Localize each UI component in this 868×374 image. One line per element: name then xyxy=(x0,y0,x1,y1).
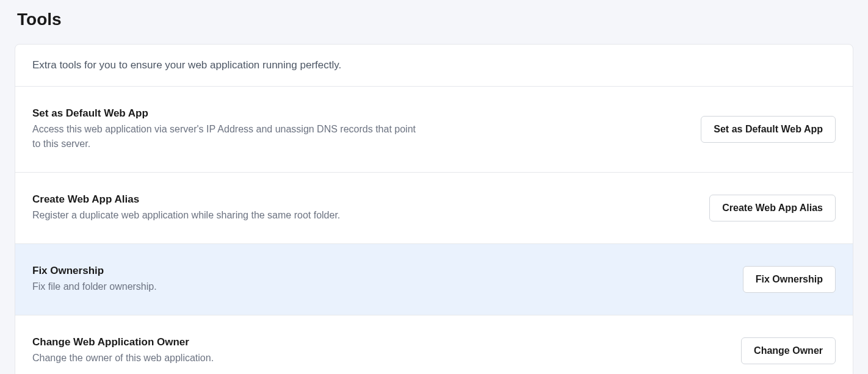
create-alias-button[interactable]: Create Web App Alias xyxy=(709,195,836,221)
tool-title: Change Web Application Owner xyxy=(32,336,214,348)
tool-title: Create Web App Alias xyxy=(32,193,340,206)
tool-text: Fix Ownership Fix file and folder owners… xyxy=(32,265,157,294)
fix-ownership-button[interactable]: Fix Ownership xyxy=(743,266,836,293)
tool-title: Fix Ownership xyxy=(32,265,157,277)
tool-row-fix-ownership: Fix Ownership Fix file and folder owners… xyxy=(15,244,853,315)
tool-text: Set as Default Web App Access this web a… xyxy=(32,107,423,151)
tool-row-change-owner: Change Web Application Owner Change the … xyxy=(15,315,853,374)
card-intro: Extra tools for you to ensure your web a… xyxy=(15,45,853,87)
tool-text: Create Web App Alias Register a duplicat… xyxy=(32,193,340,223)
tool-desc: Register a duplicate web application whi… xyxy=(32,208,340,223)
page-title: Tools xyxy=(15,10,853,29)
tools-card: Extra tools for you to ensure your web a… xyxy=(15,44,853,374)
set-default-button[interactable]: Set as Default Web App xyxy=(701,116,836,143)
change-owner-button[interactable]: Change Owner xyxy=(741,337,836,364)
tool-desc: Change the owner of this web application… xyxy=(32,351,214,365)
tool-row-set-default: Set as Default Web App Access this web a… xyxy=(15,87,853,173)
tool-desc: Fix file and folder ownership. xyxy=(32,279,157,294)
tool-row-create-alias: Create Web App Alias Register a duplicat… xyxy=(15,173,853,244)
tool-title: Set as Default Web App xyxy=(32,107,423,120)
tool-text: Change Web Application Owner Change the … xyxy=(32,336,214,365)
tool-desc: Access this web application via server's… xyxy=(32,122,423,151)
